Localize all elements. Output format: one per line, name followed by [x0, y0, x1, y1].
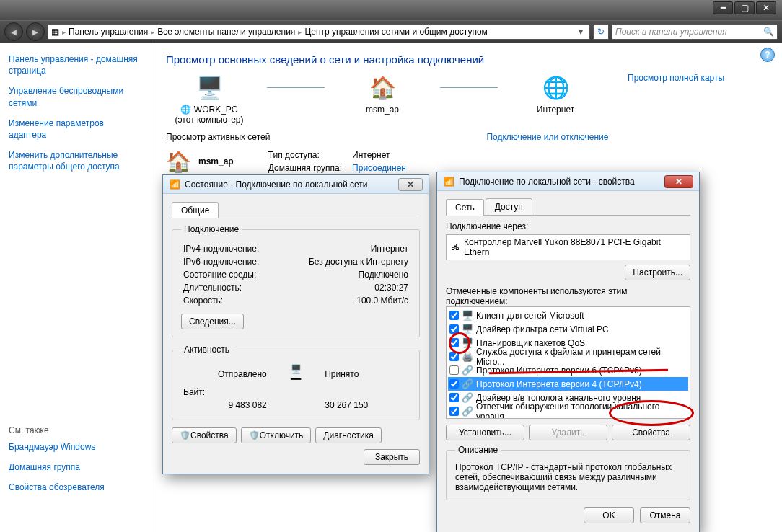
- homegroup-link[interactable]: Присоединен: [348, 162, 410, 174]
- network-icon: 📶: [443, 176, 454, 187]
- properties-tabs: Сеть Доступ: [446, 198, 690, 216]
- component-checkbox[interactable]: [449, 393, 459, 402]
- network-icon: 📶: [169, 179, 180, 190]
- speed-value: 100.0 Мбит/с: [281, 295, 409, 306]
- component-item[interactable]: 🖨️Служба доступа к файлам и принтерам се…: [448, 350, 688, 363]
- sidebar-link-adapter-settings[interactable]: Изменение параметров адаптера: [9, 118, 142, 141]
- address-dropdown-icon[interactable]: ▾: [575, 27, 586, 37]
- bytes-sent-value: 9 483 082: [183, 399, 268, 411]
- component-checkbox[interactable]: [449, 352, 459, 361]
- share-icon: 🖨️: [462, 351, 473, 363]
- connect-disconnect-link[interactable]: Подключение или отключение: [486, 132, 608, 142]
- sidebar-link-sharing-settings[interactable]: Изменить дополнительные параметры общего…: [9, 149, 142, 172]
- maximize-button[interactable]: ▢: [734, 1, 755, 14]
- uninstall-button: Удалить: [529, 425, 607, 440]
- speed-label: Скорость:: [183, 295, 280, 306]
- breadcrumb-item[interactable]: Все элементы панели управления: [157, 27, 295, 37]
- component-properties-button[interactable]: Свойства: [612, 425, 690, 440]
- breadcrumb-sep-icon: ▸: [151, 28, 154, 36]
- ipv6-value: Без доступа к Интернету: [281, 256, 409, 267]
- properties-dialog: 📶 Подключение по локальной сети - свойст…: [436, 172, 700, 532]
- duration-value: 02:30:27: [281, 282, 409, 293]
- active-network-name: msm_ap: [198, 156, 234, 167]
- ok-button[interactable]: OK: [584, 507, 634, 523]
- sidebar: Панель управления - домашняя страница Уп…: [0, 43, 151, 532]
- nav-back-button[interactable]: ◄: [4, 22, 23, 41]
- see-also-label: См. также: [9, 425, 142, 435]
- component-item[interactable]: 🔗Ответчик обнаружения топологии канально…: [448, 404, 688, 418]
- activity-fieldset: Активность Отправлено 🖥️━━ Принято Байт:…: [172, 345, 420, 420]
- protocol-icon: 🔗: [462, 378, 473, 390]
- minimize-button[interactable]: ━: [713, 1, 733, 14]
- disable-button[interactable]: 🛡️Отключить: [241, 427, 312, 443]
- help-button[interactable]: ?: [760, 48, 775, 62]
- status-dialog-close-button[interactable]: ✕: [398, 178, 423, 191]
- computer-icon: 🖥️: [195, 73, 224, 102]
- activity-legend: Активность: [181, 345, 232, 355]
- qos-icon: 🖥️: [462, 337, 473, 349]
- install-button[interactable]: Установить...: [446, 425, 524, 440]
- network-line-icon: [440, 87, 498, 88]
- network-map: 🖥️ 🌐 WORK_PC (этот компьютер) 🏠 msm_ap 🌐…: [166, 73, 768, 125]
- driver-icon: 🖥️: [462, 324, 473, 335]
- pc-name: WORK_PC: [194, 105, 238, 115]
- tab-network[interactable]: Сеть: [446, 199, 484, 216]
- component-label: Ответчик обнаружения топологии канальног…: [476, 402, 687, 420]
- component-item[interactable]: 🔗Протокол Интернета версии 4 (TCP/IPv4): [448, 377, 688, 391]
- component-checkbox[interactable]: [449, 324, 459, 334]
- sidebar-link-home[interactable]: Панель управления - домашняя страница: [9, 53, 142, 76]
- search-placeholder: Поиск в панели управления: [615, 27, 727, 37]
- recv-label: Принято: [324, 363, 409, 385]
- component-item[interactable]: 🖥️Драйвер фильтра сети Virtual PC: [448, 322, 688, 336]
- component-checkbox[interactable]: [449, 379, 459, 389]
- description-legend: Описание: [455, 445, 501, 455]
- access-type-value: Интернет: [348, 149, 410, 161]
- configure-button[interactable]: Настроить...: [625, 265, 690, 280]
- components-label: Отмеченные компоненты используются этим …: [446, 286, 690, 306]
- properties-dialog-close-button[interactable]: ✕: [664, 175, 693, 188]
- adapter-text: Контроллер Marvell Yukon 88E8071 PCI-E G…: [464, 237, 685, 257]
- component-checkbox[interactable]: [449, 338, 459, 347]
- adapter-icon: 🖧: [451, 242, 460, 252]
- network-info-table: Тип доступа: Интернет Домашняя группа: П…: [263, 148, 412, 175]
- tab-access[interactable]: Доступ: [486, 198, 532, 215]
- control-panel-icon: ▦: [51, 27, 59, 37]
- client-icon: 🖥️: [462, 310, 473, 322]
- tab-general[interactable]: Общие: [172, 202, 219, 218]
- search-icon: 🔍: [763, 27, 774, 37]
- status-dialog-titlebar[interactable]: 📶 Состояние - Подключение по локальной с…: [163, 175, 429, 194]
- access-type-label: Тип доступа:: [264, 149, 346, 161]
- status-dialog-title: Состояние - Подключение по локальной сет…: [185, 179, 394, 190]
- component-item[interactable]: 🖥️Клиент для сетей Microsoft: [448, 309, 688, 322]
- close-window-button[interactable]: ✕: [756, 1, 776, 14]
- sidebar-link-wireless[interactable]: Управление беспроводными сетями: [9, 85, 142, 108]
- connection-legend: Подключение: [181, 224, 242, 234]
- see-also-browser-props[interactable]: Свойства обозревателя: [9, 482, 142, 493]
- components-list[interactable]: 🖥️Клиент для сетей Microsoft🖥️Драйвер фи…: [446, 306, 690, 419]
- nav-forward-button[interactable]: ►: [26, 22, 45, 41]
- component-checkbox[interactable]: [449, 365, 459, 375]
- search-input[interactable]: Поиск в панели управления 🔍: [612, 24, 778, 40]
- properties-button[interactable]: 🛡️Свойства: [172, 427, 237, 443]
- activity-graphic-icon: 🖥️━━: [269, 363, 322, 385]
- full-map-link[interactable]: Просмотр полной карты: [628, 73, 724, 83]
- properties-dialog-titlebar[interactable]: 📶 Подключение по локальной сети - свойст…: [437, 172, 699, 191]
- diagnose-button[interactable]: Диагностика: [315, 427, 382, 443]
- protocol-icon: 🔗: [462, 406, 473, 417]
- close-button[interactable]: Закрыть: [364, 449, 420, 465]
- breadcrumb-bar[interactable]: ▦ ▸ Панель управления ▸ Все элементы пан…: [48, 24, 590, 40]
- refresh-button[interactable]: ↻: [593, 24, 609, 40]
- details-button[interactable]: Сведения...: [181, 314, 244, 329]
- component-checkbox[interactable]: [449, 311, 459, 320]
- cancel-button[interactable]: Отмена: [640, 507, 690, 523]
- see-also-firewall[interactable]: Брандмауэр Windows: [9, 441, 142, 453]
- globe-icon: 🌐: [541, 73, 570, 102]
- duration-label: Длительность:: [183, 282, 280, 293]
- ipv4-value: Интернет: [281, 243, 409, 254]
- explorer-toolbar: ◄ ► ▦ ▸ Панель управления ▸ Все элементы…: [0, 20, 782, 43]
- breadcrumb-item[interactable]: Панель управления: [69, 27, 148, 37]
- breadcrumb-item[interactable]: Центр управления сетями и общим доступом: [304, 27, 488, 37]
- see-also-homegroup[interactable]: Домашняя группа: [9, 461, 142, 473]
- component-checkbox[interactable]: [449, 407, 459, 416]
- component-label: Протокол Интернета версии 4 (TCP/IPv4): [476, 379, 642, 389]
